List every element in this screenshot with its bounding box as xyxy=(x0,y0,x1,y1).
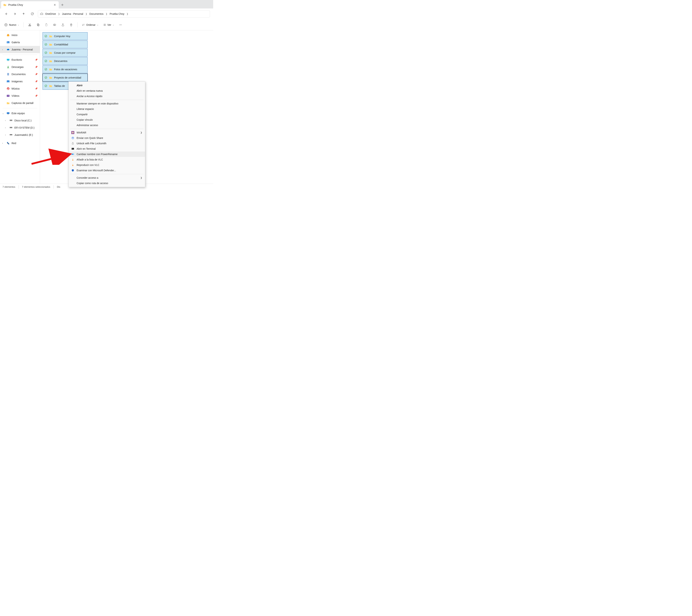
home-icon xyxy=(6,34,10,37)
gallery-icon xyxy=(6,41,10,44)
context-menu-item[interactable]: Mantener siempre en este dispositivo xyxy=(69,101,145,106)
context-menu-item[interactable]: Unlock with File Locksmith xyxy=(69,141,145,146)
folder-icon xyxy=(3,3,6,6)
new-button[interactable]: Nuevo ⌄ xyxy=(2,22,21,28)
divider xyxy=(70,174,144,174)
chevron-right-icon[interactable]: › xyxy=(2,48,5,51)
context-menu-item[interactable]: Copiar vínculo xyxy=(69,117,145,123)
sidebar-item-drive[interactable]: ›Disco local (C:) xyxy=(0,117,40,124)
context-menu-item[interactable]: Examinar con Microsoft Defender... xyxy=(69,168,145,173)
rename-button[interactable] xyxy=(51,22,58,28)
folder-item[interactable]: Proyecto de universidad xyxy=(43,74,88,82)
svg-rect-40 xyxy=(72,148,74,150)
divider xyxy=(2,108,37,108)
context-menu-item[interactable]: Anclar a Acceso rápido xyxy=(69,93,145,99)
cut-button[interactable] xyxy=(26,22,33,28)
sidebar: InicioGalería›Juanma - Personal Escritor… xyxy=(0,30,40,184)
svg-rect-3 xyxy=(37,24,39,25)
chevron-down-icon[interactable]: ⌄ xyxy=(2,112,5,114)
up-button[interactable] xyxy=(21,11,27,17)
copy-button[interactable] xyxy=(35,22,42,28)
breadcrumb[interactable]: OneDrive ❯ Juanma - Personal ❯ Documento… xyxy=(38,10,210,18)
context-menu-label: Liberar espacio xyxy=(77,108,94,110)
sort-button[interactable]: Ordenar ⌄ xyxy=(80,22,100,28)
svg-point-1 xyxy=(29,25,29,26)
folder-item[interactable]: Cosas por comprar xyxy=(43,49,88,57)
context-menu-item[interactable]: Cambiar nombre con PowerRename xyxy=(69,152,145,157)
chevron-right-icon[interactable]: › xyxy=(2,142,5,145)
sort-label: Ordenar xyxy=(86,23,95,26)
context-menu-item[interactable]: Añadir a la lista de VLC xyxy=(69,157,145,162)
chevron-right-icon: ❯ xyxy=(58,13,60,15)
sidebar-item-imágenes[interactable]: Imágenes📌 xyxy=(0,78,40,85)
paste-button[interactable] xyxy=(43,22,50,28)
sidebar-item-drive[interactable]: ›EFI-SYSTEM (D:) xyxy=(0,124,40,131)
tab-close-icon[interactable] xyxy=(52,3,57,7)
winrar-icon xyxy=(71,131,74,134)
sync-ok-icon xyxy=(44,68,47,71)
crumb-1[interactable]: Juanma - Personal xyxy=(61,12,84,16)
context-menu-item[interactable]: Enviar con Quick Share xyxy=(69,135,145,141)
chevron-right-icon[interactable]: › xyxy=(5,119,7,122)
tab-active[interactable]: Prueba Choy xyxy=(1,1,59,8)
folder-icon xyxy=(49,35,52,38)
crumb-3[interactable]: Prueba Choy xyxy=(108,12,125,16)
folder-item[interactable]: Computer Hoy xyxy=(43,32,88,40)
view-button[interactable]: Ver ⌄ xyxy=(101,22,116,28)
divider xyxy=(53,185,54,189)
svg-point-9 xyxy=(120,24,121,25)
context-menu-label: Administrar acceso xyxy=(77,124,98,127)
sidebar-item-thispc[interactable]: ⌄ Este equipo xyxy=(0,110,40,117)
context-menu-item[interactable]: Abrir xyxy=(69,83,145,88)
sidebar-item-descargas[interactable]: Descargas📌 xyxy=(0,63,40,71)
sidebar-item-label: Galería xyxy=(12,41,20,44)
refresh-button[interactable] xyxy=(29,11,35,17)
sidebar-item-juanma---personal[interactable]: ›Juanma - Personal xyxy=(0,46,40,53)
sidebar-item-documentos[interactable]: Documentos📌 xyxy=(0,71,40,78)
delete-button[interactable] xyxy=(68,22,75,28)
context-menu-item[interactable]: Abrir en Terminal xyxy=(69,146,145,152)
more-button[interactable] xyxy=(117,22,124,28)
svg-rect-43 xyxy=(72,159,73,159)
sidebar-item-capturas-de-pantall[interactable]: Capturas de pantall xyxy=(0,100,40,107)
svg-point-34 xyxy=(45,76,47,79)
sidebar-item-network[interactable]: › Red xyxy=(0,139,40,147)
chevron-right-icon: ❯ xyxy=(85,13,88,15)
sidebar-item-galería[interactable]: Galería xyxy=(0,39,40,46)
video-icon xyxy=(6,94,10,97)
back-button[interactable] xyxy=(3,11,9,17)
svg-point-10 xyxy=(121,24,122,25)
folder-item[interactable]: Descuentos xyxy=(43,57,88,65)
nav-bar: OneDrive ❯ Juanma - Personal ❯ Documento… xyxy=(0,8,213,19)
sidebar-item-inicio[interactable]: Inicio xyxy=(0,31,40,39)
svg-rect-7 xyxy=(53,24,56,25)
chevron-right-icon[interactable]: › xyxy=(5,134,7,136)
sidebar-item-drive[interactable]: ›Juanmatek1 (E:) xyxy=(0,131,40,138)
context-menu-item[interactable]: Conceder acceso a❯ xyxy=(69,175,145,180)
folder-item[interactable]: Contabilidad xyxy=(43,41,88,48)
sidebar-item-escritorio[interactable]: Escritorio📌 xyxy=(0,56,40,63)
svg-rect-14 xyxy=(7,61,8,61)
folder-item[interactable]: Fotos de vacaciones xyxy=(43,65,88,73)
new-tab-button[interactable] xyxy=(59,1,66,8)
context-menu-label: Enviar con Quick Share xyxy=(77,136,103,139)
context-menu-item[interactable]: Copiar como ruta de acceso xyxy=(69,180,145,186)
context-menu-item[interactable]: Reproducir con VLC xyxy=(69,162,145,168)
vlc-icon xyxy=(71,158,74,161)
sidebar-item-música[interactable]: Música📌 xyxy=(0,85,40,92)
context-menu-item[interactable]: Abrir en ventana nueva xyxy=(69,88,145,93)
terminal-icon xyxy=(71,147,74,150)
crumb-2[interactable]: Documentos xyxy=(88,12,105,16)
context-menu-item[interactable]: WinRAR❯ xyxy=(69,130,145,135)
pin-icon: 📌 xyxy=(35,73,38,75)
chevron-right-icon[interactable]: › xyxy=(5,127,7,129)
context-menu-item[interactable]: Administrar acceso xyxy=(69,123,145,128)
forward-button[interactable] xyxy=(12,11,18,17)
context-menu-item[interactable]: Compartir xyxy=(69,112,145,117)
context-menu-item[interactable]: Liberar espacio xyxy=(69,106,145,112)
pin-icon: 📌 xyxy=(35,87,38,90)
crumb-0[interactable]: OneDrive xyxy=(44,12,57,16)
sidebar-item-vídeos[interactable]: Vídeos📌 xyxy=(0,92,40,100)
context-menu: AbrirAbrir en ventana nuevaAnclar a Acce… xyxy=(68,82,145,187)
share-button[interactable] xyxy=(59,22,66,28)
